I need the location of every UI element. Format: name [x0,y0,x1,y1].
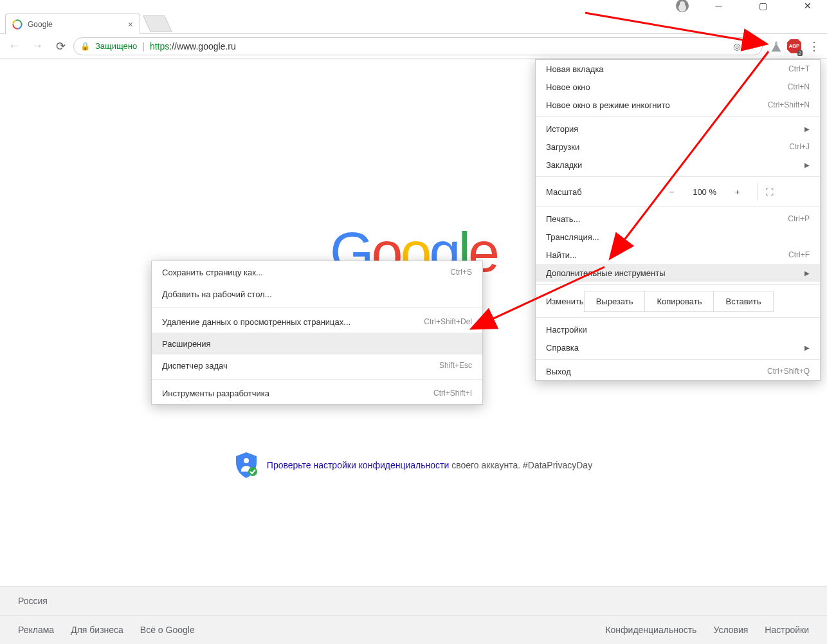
menu-settings[interactable]: Настройки [536,320,820,338]
zoom-out-button[interactable]: − [660,187,684,197]
footer-ads[interactable]: Реклама [18,625,54,635]
menu-exit[interactable]: ВыходCtrl+Shift+Q [536,362,820,380]
menu-new-tab[interactable]: Новая вкладкаCtrl+T [536,60,820,78]
menu-zoom: Масштаб − 100 % + ⛶ [536,179,820,204]
google-favicon [12,19,23,30]
chrome-main-menu: Новая вкладкаCtrl+T Новое окноCtrl+N Нов… [535,59,821,381]
menu-find[interactable]: Найти...Ctrl+F [536,246,820,264]
tab-strip: Google × [0,11,827,34]
toolbar: ← → ⟳ 🔒 Защищено | https://www.google.ru… [0,34,827,59]
menu-more-tools[interactable]: Дополнительные инструменты▶ [536,264,820,282]
submenu-task-manager[interactable]: Диспетчер задачShift+Esc [152,354,482,376]
reload-button[interactable]: ⟳ [50,36,71,57]
chevron-right-icon: ▶ [804,344,810,351]
footer-about[interactable]: Всё о Google [140,625,195,635]
chevron-right-icon: ▶ [804,161,810,169]
edit-paste-button[interactable]: Вставить [714,291,773,312]
submenu-clear-data[interactable]: Удаление данных о просмотренных страница… [152,311,482,333]
footer-settings[interactable]: Настройки [765,625,809,635]
menu-bookmarks[interactable]: Закладки▶ [536,156,820,174]
fullscreen-button[interactable]: ⛶ [757,183,781,201]
zoom-in-button[interactable]: + [726,187,749,197]
edit-cut-button[interactable]: Вырезать [584,291,646,312]
lock-icon: 🔒 [80,42,90,51]
footer-business[interactable]: Для бизнеса [71,625,123,635]
location-icon[interactable]: ◎ [733,41,741,51]
minimize-button[interactable]: ─ [704,0,733,15]
more-tools-submenu: Сохранить страницу как...Ctrl+S Добавить… [151,261,483,405]
footer-terms[interactable]: Условия [713,625,748,635]
privacy-banner: Проверьте настройки конфиденциальности с… [235,452,592,478]
menu-print[interactable]: Печать...Ctrl+P [536,210,820,228]
close-button[interactable]: ✕ [793,0,822,15]
zoom-value: 100 % [684,187,726,197]
bookmark-star-icon[interactable]: ☆ [747,41,756,51]
submenu-add-desktop[interactable]: Добавить на рабочий стол... [152,283,482,305]
window-titlebar: ─ ▢ ✕ [0,0,827,11]
extension-icon-1[interactable] [769,39,783,53]
secure-label: Защищено [95,41,137,51]
svg-point-3 [12,19,23,30]
submenu-extensions[interactable]: Расширения [152,333,482,354]
menu-incognito[interactable]: Новое окно в режиме инкогнитоCtrl+Shift+… [536,96,820,114]
new-tab-button[interactable] [143,15,172,32]
chevron-right-icon: ▶ [804,125,810,133]
chrome-menu-button[interactable]: ⋮ [805,37,823,55]
address-bar[interactable]: 🔒 Защищено | https://www.google.ru ◎ ☆ [73,37,763,55]
menu-cast[interactable]: Трансляция... [536,228,820,246]
abp-badge: 2 [797,50,803,56]
svg-point-5 [248,467,257,476]
menu-downloads[interactable]: ЗагрузкиCtrl+J [536,138,820,156]
submenu-save-page[interactable]: Сохранить страницу как...Ctrl+S [152,261,482,283]
menu-history[interactable]: История▶ [536,120,820,138]
menu-new-window[interactable]: Новое окноCtrl+N [536,78,820,96]
svg-point-4 [244,458,249,463]
tab-title: Google [28,20,123,29]
profile-icon[interactable] [676,0,689,12]
footer: Россия Реклама Для бизнеса Всё о Google … [0,586,827,644]
menu-help[interactable]: Справка▶ [536,338,820,356]
privacy-link[interactable]: Проверьте настройки конфиденциальности [267,460,449,470]
footer-privacy[interactable]: Конфиденциальность [605,625,696,635]
submenu-dev-tools[interactable]: Инструменты разработчикаCtrl+Shift+I [152,382,482,404]
edit-copy-button[interactable]: Копировать [645,291,714,312]
tab-google[interactable]: Google × [5,14,140,34]
forward-button[interactable]: → [27,36,48,57]
tab-close-icon[interactable]: × [128,19,133,30]
menu-edit-row: Изменить Вырезать Копировать Вставить [536,288,820,315]
maximize-button[interactable]: ▢ [749,0,777,15]
footer-country: Россия [18,596,48,606]
url-rest: ://www.google.ru [169,41,236,51]
abp-extension-icon[interactable]: ABP 2 [787,39,801,53]
privacy-tail: своего аккаунта. #DataPrivacyDay [449,460,592,470]
url-protocol: https [150,41,169,51]
chevron-right-icon: ▶ [804,270,810,277]
shield-icon [235,452,258,478]
back-button[interactable]: ← [4,36,24,57]
